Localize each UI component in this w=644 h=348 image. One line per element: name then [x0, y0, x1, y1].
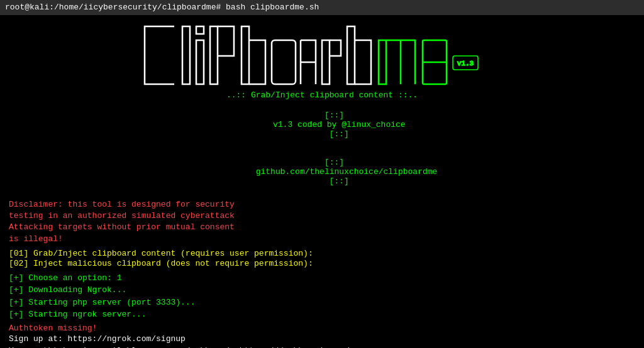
disclaimer-line-2: testing in an authorized simulated cyber… [9, 210, 635, 222]
version-text: v1.3 coded by @linux_choice [219, 120, 454, 129]
svg-rect-1 [196, 26, 204, 34]
disclaimer-block: Disclaimer: this tool is designed for se… [9, 199, 635, 245]
svg-rect-7 [347, 26, 355, 84]
terminal-title: root@kali:/home/iicybersecurity/clipboar… [5, 3, 319, 12]
svg-text:v1.3: v1.3 [457, 60, 474, 67]
github-text: github.com/thelinuxchoice/clipboardme [221, 167, 452, 177]
disclaimer-line-1: Disclaimer: this tool is designed for se… [9, 199, 635, 210]
github-line: [::] github.com/thelinuxchoice/clipboard… [9, 148, 635, 195]
status-line-4: [+] Starting ngrok server... [9, 308, 635, 321]
info-signup: Sign up at: https://ngrok.com/signup [9, 333, 635, 345]
bracket-left-2: [::] [325, 158, 349, 167]
menu-item-1: [01] Grab/Inject clipboard content (requ… [9, 249, 635, 258]
svg-rect-3 [210, 26, 218, 84]
info-dashboard: Your authtoken is available on your dash… [9, 345, 635, 348]
version-line: [::] v1.3 coded by @linux_choice [::] [9, 101, 635, 148]
svg-rect-2 [196, 40, 204, 84]
bracket-left-1: [::] [325, 111, 349, 120]
svg-rect-0 [182, 26, 190, 84]
bracket-right-2: [::] [325, 177, 349, 186]
svg-rect-5 [272, 40, 296, 84]
logo-svg: v1.3 [140, 21, 504, 89]
status-line-3: [+] Starting php server (port 3333)... [9, 296, 635, 309]
disclaimer-line-3: Attacking targets without prior mutual c… [9, 222, 635, 233]
subtitle-line: ..:: Grab/Inject clipboard content ::.. [9, 90, 635, 100]
svg-rect-8 [379, 40, 386, 84]
bracket-right-1: [::] [325, 129, 349, 139]
error-authtoken: Authtoken missing! [9, 324, 635, 333]
status-line-2: [+] Downloading Ngrok... [9, 284, 635, 296]
logo-container: v1.3 [9, 21, 635, 89]
svg-rect-4 [242, 26, 249, 84]
terminal-window: root@kali:/home/iicybersecurity/clipboar… [0, 0, 644, 348]
menu-item-2: [02] Inject malicious clipboard (does no… [9, 259, 635, 268]
svg-rect-6 [322, 40, 330, 84]
status-line-1: [+] Choose an option: 1 [9, 272, 635, 285]
terminal-title-bar: root@kali:/home/iicybersecurity/clipboar… [0, 0, 644, 15]
terminal-content: v1.3 ..:: Grab/Inject clipboard content … [0, 15, 644, 348]
disclaimer-line-4: is illegal! [9, 234, 635, 245]
